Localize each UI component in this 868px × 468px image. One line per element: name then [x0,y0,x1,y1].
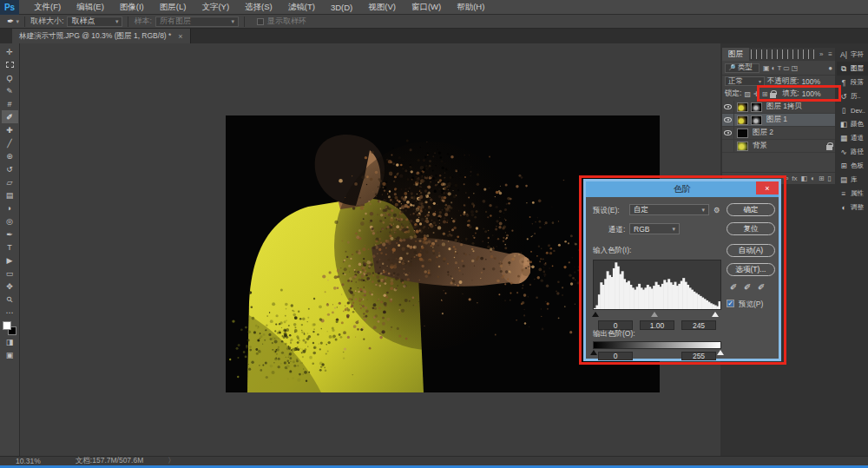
eyedropper-tool[interactable]: ✐ [2,110,18,123]
screen-mode-button[interactable]: ▣ [2,348,18,361]
options-button[interactable]: 选项(T)... [727,263,775,276]
white-point-dropper-icon[interactable]: ✐ [758,282,765,292]
eraser-tool[interactable]: ▱ [2,175,18,188]
filter-kind-icon[interactable]: ◳ [792,64,799,72]
menu-item[interactable]: 选择(S) [237,0,280,15]
collapse-panels-icon[interactable]: » [817,48,825,61]
chevron-down-icon[interactable]: ▾ [16,18,19,25]
close-button[interactable]: × [756,181,779,194]
dock-panel-库[interactable]: ▤ 库 [837,173,868,187]
output-white-slider[interactable] [717,350,724,355]
menu-item[interactable]: 窗口(W) [404,0,449,15]
layer-name[interactable]: 图层 2 [753,128,832,138]
crop-tool[interactable]: # [2,97,18,110]
type-tool[interactable]: T [2,241,18,254]
layers-footer-icon[interactable]: fx [792,175,797,182]
output-black-slider[interactable] [590,350,597,355]
input-gamma-slider[interactable] [651,312,658,317]
layer-thumbnail[interactable] [737,129,748,138]
visibility-toggle[interactable] [722,140,734,153]
output-black-field[interactable]: 0 [598,352,633,360]
dock-panel-字符[interactable]: A| 字符 [837,48,868,62]
filter-kind-icon[interactable]: ▭ [783,64,790,72]
dock-panel-段落[interactable]: ¶ 段落 [837,76,868,89]
dock-panel-颜色[interactable]: ◧ 颜色 [837,117,868,131]
layer-row[interactable]: 图层 1拷贝 [722,101,835,114]
fill-value[interactable]: 100% [802,89,821,98]
marquee-tool[interactable] [2,58,18,71]
foreground-background-swatches[interactable] [3,321,16,335]
lock-kind-icon[interactable]: ▨ [744,90,751,98]
lock-kind-icon[interactable]: ⊞ [762,90,768,98]
lasso-tool[interactable]: Ϙ [2,71,18,84]
visibility-toggle[interactable] [722,101,734,114]
menu-item[interactable]: 文字(Y) [194,0,237,15]
layers-footer-icon[interactable]: ◐ [811,175,815,182]
brush-tool[interactable]: ╱ [2,136,18,149]
layer-thumbnail[interactable] [737,142,748,151]
input-gamma-field[interactable]: 1.00 [640,320,674,330]
preset-dropdown[interactable]: 自定 ▾ [629,204,709,215]
gray-point-dropper-icon[interactable]: ✐ [744,282,751,292]
sample-size-dropdown[interactable]: 取样点 ▾ [67,16,122,27]
shape-tool[interactable]: ▭ [2,267,18,280]
black-point-dropper-icon[interactable]: ✐ [730,282,737,292]
dodge-tool[interactable]: ◎ [2,214,18,227]
panel-menu-icon[interactable]: ≡ [825,48,835,61]
quick-selection-tool[interactable]: ✎ [2,84,18,97]
history-brush-tool[interactable]: ↺ [2,162,18,175]
sample-dropdown[interactable]: 所有图层 ▾ [155,16,239,27]
layer-filter-type-dropdown[interactable]: 🔎 类型 [725,63,760,73]
dock-panel-图层[interactable]: ⧉ 图层 [837,62,868,76]
clone-stamp-tool[interactable]: ⊛ [2,149,18,162]
dock-panel-路径[interactable]: ∿ 路径 [837,145,868,159]
layer-thumbnail[interactable] [737,115,748,125]
layers-footer-icon[interactable]: ∞ [784,175,789,182]
blur-tool[interactable]: ◗ [2,201,18,214]
ok-button[interactable]: 确定 [727,203,775,216]
reset-button[interactable]: 复位 [727,222,775,235]
output-white-field[interactable]: 255 [681,352,716,360]
opacity-value[interactable]: 100% [801,77,820,86]
preview-checkbox[interactable]: ✓ [727,300,734,307]
healing-brush-tool[interactable]: ✚ [2,123,18,136]
menu-item[interactable]: 图层(L) [152,0,194,15]
input-white-field[interactable]: 245 [681,320,716,330]
menu-item[interactable]: 编辑(E) [69,0,112,15]
zoom-level-field[interactable]: 10.31% [16,457,41,465]
layers-footer-icon[interactable]: ▯ [828,175,832,182]
filter-kind-icon[interactable]: T [777,64,781,72]
input-black-slider[interactable] [592,312,599,317]
layer-row[interactable]: 图层 2 [722,127,835,140]
channel-dropdown[interactable]: RGB ▾ [629,223,680,234]
filter-toggle-icon[interactable]: ● [828,64,832,72]
layer-name[interactable]: 图层 1拷贝 [766,102,832,112]
dock-panel-Dev..[interactable]: ▯ Dev.. [837,103,868,117]
filter-kind-icon[interactable]: ◐ [772,64,776,72]
menu-item[interactable]: 图像(I) [112,0,152,15]
pen-tool[interactable]: ✒ [2,227,18,241]
eyedropper-tool-icon[interactable]: ✒ [7,16,14,26]
visibility-toggle[interactable] [722,127,734,140]
layers-footer-icon[interactable]: ⊞ [819,175,825,182]
close-icon[interactable]: × [178,32,182,41]
dock-panel-色板[interactable]: ⊞ 色板 [837,159,868,173]
layer-thumbnail[interactable] [737,102,748,112]
dock-panel-调整[interactable]: ◐ 调整 [837,201,868,214]
dock-panel-历..[interactable]: ↺ 历.. [837,89,868,103]
menu-item[interactable]: 帮助(H) [449,0,492,15]
gradient-tool[interactable]: ▤ [2,188,18,201]
menu-item[interactable]: 3D(D) [323,0,360,15]
dock-panel-通道[interactable]: ▦ 通道 [837,131,868,145]
edit-toolbar[interactable]: ⋯ [2,306,18,319]
layer-name[interactable]: 图层 1 [766,115,832,125]
tab-layers[interactable]: 图层 [722,48,749,61]
menu-item[interactable]: 滤镜(T) [280,0,323,15]
visibility-toggle[interactable] [722,114,734,127]
hand-tool[interactable]: ✥ [2,280,18,293]
layer-mask-thumbnail[interactable] [751,102,762,112]
layer-name[interactable]: 背景 [753,141,826,151]
blend-mode-dropdown[interactable]: 正常 ▾ [725,76,765,86]
menu-item[interactable]: 文件(F) [26,0,69,15]
lock-kind-icon[interactable]: ✛ [753,90,760,98]
